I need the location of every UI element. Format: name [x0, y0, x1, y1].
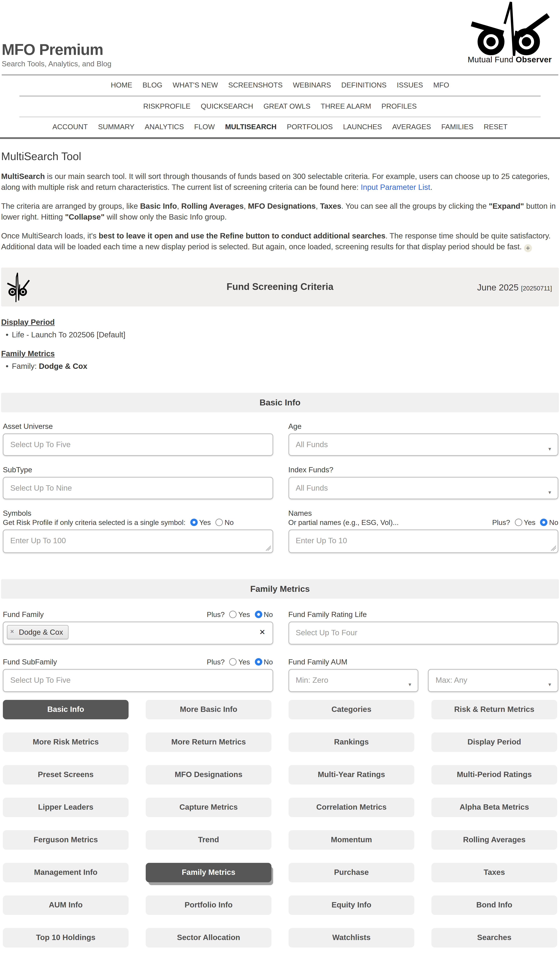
nav-item[interactable]: GREAT OWLS — [263, 96, 311, 116]
plus-icon[interactable]: + — [524, 244, 532, 252]
names-plus-radios: Plus?YesNo — [492, 518, 558, 526]
fund-family-input[interactable]: ×Dodge & Cox ✕ — [3, 621, 273, 644]
family-metrics-item: •Family: Dodge & Cox — [6, 362, 559, 370]
subfamily-plus-yes-radio[interactable] — [229, 658, 237, 665]
criteria-group-button[interactable]: Preset Screens — [3, 765, 128, 784]
criteria-group-button[interactable]: Sector Allocation — [146, 928, 271, 947]
nav-item[interactable]: QUICKSEARCH — [201, 96, 253, 116]
nav-item[interactable]: ANALYTICS — [145, 117, 184, 137]
names-helper: Or partial names (e.g., ESG, Vol)... — [288, 518, 399, 526]
names-plus-no-radio[interactable] — [540, 518, 548, 526]
nav-item[interactable]: BLOG — [142, 76, 162, 96]
fund-subfamily-input[interactable] — [3, 669, 273, 692]
nav-item[interactable]: MULTISEARCH — [225, 117, 277, 137]
clear-field-icon[interactable]: ✕ — [259, 628, 266, 636]
criteria-group-button[interactable]: Multi-Period Ratings — [432, 765, 557, 784]
nav-item[interactable]: ACCOUNT — [53, 117, 88, 137]
criteria-group-button[interactable]: Ferguson Metrics — [3, 830, 128, 849]
index-funds-select[interactable]: All Funds▼ — [288, 477, 558, 499]
nav-item[interactable]: SCREENSHOTS — [228, 76, 283, 96]
nav-item[interactable]: SUMMARY — [98, 117, 135, 137]
nav-row-main: HOMEBLOGWHAT'S NEWSCREENSHOTSWEBINARSDEF… — [0, 76, 560, 96]
criteria-group-button[interactable]: Multi-Year Ratings — [289, 765, 414, 784]
nav-item[interactable]: FLOW — [194, 117, 215, 137]
subtype-label: SubType — [3, 465, 32, 474]
criteria-group-button[interactable]: Correlation Metrics — [289, 798, 414, 817]
aum-max-select[interactable]: Max: Any▼ — [428, 669, 558, 692]
criteria-group-button[interactable]: Bond Info — [432, 895, 557, 915]
subfamily-plus-no-radio[interactable] — [255, 658, 262, 665]
criteria-group-button[interactable]: Lipper Leaders — [3, 798, 128, 817]
nav-item[interactable]: RESET — [484, 117, 507, 137]
nav-item[interactable]: MFO — [433, 76, 449, 96]
criteria-group-button[interactable]: More Basic Info — [146, 700, 271, 719]
page-title: MultiSearch Tool — [1, 150, 559, 163]
nav-item[interactable]: HOME — [111, 76, 132, 96]
logo-wordmark: Mutual Fund Observer — [464, 55, 555, 64]
criteria-group-button[interactable]: Rankings — [289, 732, 414, 752]
criteria-group-button[interactable]: Searches — [432, 928, 557, 947]
mfo-owl-logo: Mutual Fund Observer — [464, 1, 555, 64]
nav-item[interactable]: PROFILES — [381, 96, 416, 116]
symbols-textarea[interactable] — [3, 529, 273, 553]
criteria-group-button[interactable]: Momentum — [289, 830, 414, 849]
fund-subfamily-field: Fund SubFamily Plus?YesNo — [3, 644, 273, 692]
site-subtitle: Search Tools, Analytics, and Blog — [2, 59, 111, 68]
nav-item[interactable]: AVERAGES — [392, 117, 431, 137]
criteria-group-button[interactable]: Categories — [289, 700, 414, 719]
criteria-group-button[interactable]: Basic Info — [3, 700, 128, 719]
nav-item[interactable]: WHAT'S NEW — [173, 76, 218, 96]
criteria-group-button[interactable]: More Return Metrics — [146, 732, 271, 752]
nav-item[interactable]: PORTFOLIOS — [287, 117, 333, 137]
symbols-risk-yes-radio[interactable] — [190, 518, 198, 526]
names-plus-yes-radio[interactable] — [515, 518, 522, 526]
nav-item[interactable]: FAMILIES — [441, 117, 473, 137]
criteria-group-button[interactable]: Alpha Beta Metrics — [432, 798, 557, 817]
criteria-group-button[interactable]: Trend — [146, 830, 271, 849]
fund-family-field: Fund Family Plus?YesNo ×Dodge & Cox ✕ — [3, 599, 273, 644]
criteria-group-button[interactable]: Portfolio Info — [146, 895, 271, 915]
criteria-group-button[interactable]: MFO Designations — [146, 765, 271, 784]
criteria-group-button[interactable]: Purchase — [289, 863, 414, 882]
nav-row-premium: ACCOUNTSUMMARYANALYTICSFLOWMULTISEARCHPO… — [0, 117, 560, 137]
chevron-down-icon: ▼ — [408, 674, 412, 696]
criteria-group-button[interactable]: Taxes — [432, 863, 557, 882]
fund-family-aum-field: Fund Family AUM Min: Zero▼ Max: Any▼ — [288, 644, 558, 692]
criteria-group-button[interactable]: Watchlists — [289, 928, 414, 947]
fund-family-plus-yes-radio[interactable] — [229, 610, 237, 618]
names-textarea[interactable] — [288, 529, 558, 553]
input-parameter-list-link[interactable]: Input Parameter List — [361, 183, 430, 191]
fund-family-rating-life-field: Fund Family Rating Life — [288, 599, 558, 644]
criteria-group-button[interactable]: Risk & Return Metrics — [432, 700, 557, 719]
age-label: Age — [288, 422, 302, 430]
criteria-group-button[interactable]: Management Info — [3, 863, 128, 882]
criteria-group-button[interactable]: Capture Metrics — [146, 798, 271, 817]
criteria-group-button[interactable]: More Risk Metrics — [3, 732, 128, 752]
nav-item[interactable]: DEFINITIONS — [341, 76, 387, 96]
asset-universe-input[interactable] — [3, 433, 273, 456]
chip-remove-icon[interactable]: × — [10, 628, 14, 635]
nav-item[interactable]: THREE ALARM — [321, 96, 371, 116]
criteria-group-button[interactable]: Display Period — [432, 732, 557, 752]
criteria-group-button[interactable]: Family Metrics — [146, 863, 271, 882]
criteria-group-button[interactable]: AUM Info — [3, 895, 128, 915]
nav-item[interactable]: WEBINARS — [293, 76, 331, 96]
criteria-group-button[interactable]: Equity Info — [289, 895, 414, 915]
aum-min-select[interactable]: Min: Zero▼ — [288, 669, 418, 692]
nav-divider-strong — [0, 137, 560, 139]
fund-family-plus-no-radio[interactable] — [255, 610, 262, 618]
nav-item[interactable]: ISSUES — [397, 76, 423, 96]
nav-item[interactable]: LAUNCHES — [343, 117, 382, 137]
index-funds-label: Index Funds? — [288, 465, 333, 474]
criteria-group-button[interactable]: Rolling Averages — [432, 830, 557, 849]
nav-item[interactable]: RISKPROFILE — [143, 96, 190, 116]
age-select[interactable]: All Funds▼ — [288, 433, 558, 456]
criteria-group-button[interactable]: Top 10 Holdings — [3, 928, 128, 947]
subtype-input[interactable] — [3, 477, 273, 499]
intro-paragraph-1: MultiSearch is our main search tool. It … — [1, 171, 559, 192]
names-field: Names Or partial names (e.g., ESG, Vol).… — [288, 499, 558, 555]
rating-life-input[interactable] — [288, 621, 558, 644]
symbols-risk-no-radio[interactable] — [215, 518, 223, 526]
aum-label: Fund Family AUM — [288, 657, 347, 666]
display-period-heading: Display Period — [1, 318, 559, 326]
